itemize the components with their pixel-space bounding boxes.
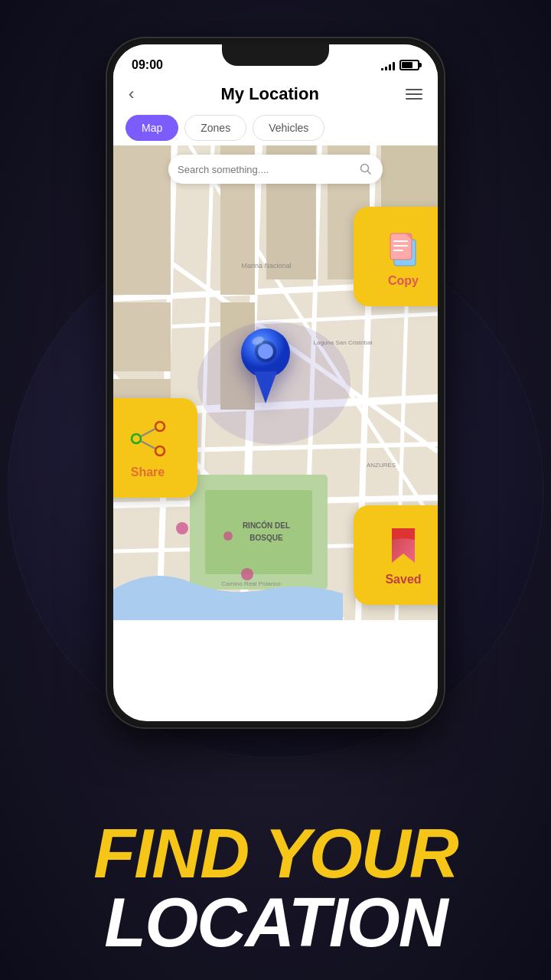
tagline: FIND YOUR LOCATION <box>46 819 505 957</box>
status-time: 09:00 <box>132 58 163 72</box>
tagline-line2: LOCATION <box>46 888 505 957</box>
svg-rect-19 <box>113 302 171 371</box>
phone-frame: 09:00 ‹ My Location <box>107 38 444 727</box>
search-bar[interactable] <box>168 155 383 184</box>
map-container[interactable]: Marina Nacional Laguna San Cristóbal Ejé… <box>113 145 438 620</box>
battery-icon <box>399 60 419 70</box>
copy-icon <box>383 226 425 268</box>
svg-point-41 <box>258 344 273 359</box>
page-title: My Location <box>220 84 318 104</box>
svg-text:ANZURES: ANZURES <box>367 462 396 469</box>
svg-text:BOSQUE: BOSQUE <box>249 534 283 542</box>
tab-bar: Map Zones Vehicles <box>113 110 438 145</box>
svg-rect-17 <box>205 490 312 574</box>
battery-fill <box>402 62 412 68</box>
copy-action-card[interactable]: Copy <box>354 207 438 306</box>
svg-point-34 <box>223 531 233 541</box>
search-icon <box>358 162 373 177</box>
status-icons <box>381 60 419 70</box>
copy-label: Copy <box>388 274 419 288</box>
svg-line-53 <box>141 429 155 436</box>
tagline-line1: FIND YOUR <box>46 819 505 888</box>
svg-rect-18 <box>113 145 171 295</box>
svg-point-35 <box>241 568 253 580</box>
saved-label: Saved <box>385 573 421 586</box>
svg-line-38 <box>368 172 371 175</box>
phone-screen: 09:00 ‹ My Location <box>113 44 438 721</box>
saved-action-card[interactable]: Saved <box>354 505 438 605</box>
tab-zones[interactable]: Zones <box>184 115 246 141</box>
svg-line-54 <box>141 441 155 449</box>
back-button[interactable]: ‹ <box>129 84 134 104</box>
notch <box>222 44 329 66</box>
svg-point-51 <box>155 422 165 431</box>
tab-map[interactable]: Map <box>126 115 178 141</box>
share-icon <box>127 417 169 459</box>
menu-button[interactable] <box>406 89 422 100</box>
app-header: ‹ My Location <box>113 78 438 110</box>
search-input[interactable] <box>178 164 358 175</box>
tab-vehicles[interactable]: Vehicles <box>253 115 324 141</box>
svg-text:Marina Nacional: Marina Nacional <box>241 262 291 270</box>
svg-point-52 <box>155 446 165 456</box>
svg-text:Camino Real Polanco: Camino Real Polanco <box>221 580 281 587</box>
share-label: Share <box>131 466 165 479</box>
share-action-card[interactable]: Share <box>113 398 197 498</box>
menu-line <box>406 89 422 90</box>
menu-line <box>406 93 422 95</box>
saved-icon <box>384 524 422 567</box>
location-pin <box>235 319 296 407</box>
svg-point-33 <box>176 522 188 534</box>
svg-text:RINCÓN DEL: RINCÓN DEL <box>243 521 290 530</box>
phone-mockup: 09:00 ‹ My Location <box>107 38 444 727</box>
svg-point-50 <box>132 434 141 443</box>
signal-icon <box>381 60 395 70</box>
menu-line <box>406 98 422 100</box>
